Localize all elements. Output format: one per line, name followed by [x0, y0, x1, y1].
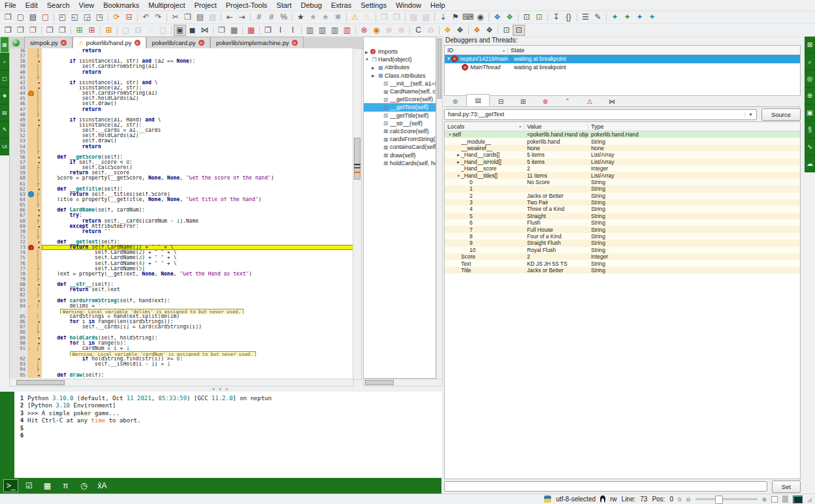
- panel-toggle-icon[interactable]: [782, 496, 788, 503]
- editor-margin[interactable]: ├: [27, 150, 42, 155]
- editor-margin[interactable]: ▼: [27, 336, 42, 341]
- code-text[interactable]: self.draw(): [42, 138, 353, 144]
- menu-item-view[interactable]: View: [74, 1, 99, 9]
- zoom-out-icon[interactable]: ⊖: [686, 496, 691, 503]
- line-number[interactable]: 95: [10, 373, 27, 378]
- fold-arrow-icon[interactable]: ▼: [38, 187, 40, 192]
- code-text[interactable]: return self.CardName(1) + " " + \: [42, 245, 353, 250]
- code-text[interactable]: [42, 367, 353, 372]
- save-project-button[interactable]: ❐: [44, 25, 56, 36]
- outline-item[interactable]: ▼❒Hand(object): [364, 55, 436, 63]
- record-macro-button[interactable]: ◉: [474, 12, 487, 23]
- clear-bookmarks-button[interactable]: ✱: [332, 12, 344, 23]
- code-text[interactable]: self.CardName(3) + " " + \: [42, 255, 353, 260]
- editor-margin[interactable]: ├: [27, 292, 42, 298]
- code-text[interactable]: [42, 330, 353, 335]
- revert-file-button[interactable]: ⟳: [110, 12, 123, 23]
- editor-margin[interactable]: ├: [27, 367, 42, 372]
- preview-button[interactable]: ⊡: [520, 12, 533, 23]
- eric-tools-button[interactable]: ✦: [646, 12, 658, 23]
- variable-row[interactable]: 7Full HouseString: [445, 226, 800, 232]
- menu-item-settings[interactable]: Settings: [356, 1, 391, 9]
- previous-warning-button[interactable]: ⚠: [361, 12, 374, 23]
- scrollbar-handle[interactable]: [16, 380, 65, 385]
- editor-margin[interactable]: ▼: [27, 224, 42, 229]
- copy-button[interactable]: ❐: [182, 12, 194, 23]
- typing-aids-button[interactable]: ⌨: [462, 12, 474, 23]
- eric-assistant-button[interactable]: ✦: [609, 12, 621, 23]
- open-file-button[interactable]: ▤: [27, 12, 39, 23]
- close-icon[interactable]: ✕: [292, 40, 298, 46]
- code-text[interactable]: [42, 277, 353, 282]
- fold-arrow-icon[interactable]: ▼: [38, 160, 40, 165]
- code-snippets-button[interactable]: {}: [562, 12, 575, 23]
- outline-item[interactable]: ▶▦Class Attributes: [364, 72, 436, 80]
- source-outline-tree[interactable]: ▶iImports▼❒Hand(object)▶▦Attributes▶▦Cla…: [363, 37, 436, 379]
- shell-console[interactable]: 1Python 3.10.0 (default, Oct 11 2021, 05…: [0, 392, 441, 478]
- editor-margin[interactable]: │: [27, 64, 42, 69]
- editor-margin[interactable]: ├: [27, 54, 42, 59]
- code-text[interactable]: try:: [42, 213, 353, 218]
- fold-arrow-icon[interactable]: ▼: [38, 155, 40, 160]
- code-text[interactable]: self.holdCards(a2): [42, 96, 353, 101]
- editor-margin[interactable]: ├: [27, 192, 42, 197]
- previous-breakpoint-button[interactable]: ⊗: [395, 25, 408, 36]
- threads-column-state[interactable]: State: [508, 47, 524, 54]
- undo-button[interactable]: ↶: [140, 12, 152, 23]
- code-text[interactable]: def CardName(self, cardNum):: [42, 208, 353, 213]
- variable-row[interactable]: 5StraightString: [445, 213, 800, 219]
- editor-margin[interactable]: ▼: [27, 160, 42, 165]
- tab-exceptions[interactable]: ⊗: [534, 96, 556, 106]
- menu-item-edit[interactable]: Edit: [21, 1, 42, 9]
- editor-margin[interactable]: ▼: [27, 373, 42, 378]
- editor-margin[interactable]: ▼: [27, 341, 42, 346]
- outline-item[interactable]: ▦draw(self): [364, 151, 436, 159]
- code-editor[interactable]: 36│ return37├38▼ if isinstance(a1, str) …: [9, 48, 353, 379]
- editor-tab[interactable]: pokerlib/simplemachine.py✕: [210, 37, 304, 48]
- horizontal-splitter[interactable]: ● ● ●: [0, 385, 441, 392]
- fold-arrow-icon[interactable]: ▼: [38, 341, 40, 346]
- eric-refactoring-button[interactable]: ✦: [621, 12, 633, 23]
- editor-margin[interactable]: ▼: [27, 240, 42, 245]
- editor-margin[interactable]: ▼: [27, 123, 42, 128]
- remove-split-button[interactable]: ▦: [245, 25, 257, 36]
- code-text[interactable]: return: [42, 107, 353, 112]
- editor-margin[interactable]: │: [27, 229, 42, 234]
- variable-row[interactable]: 9Straight FlushString: [445, 240, 800, 246]
- editor-margin[interactable]: │: [27, 101, 42, 106]
- expander-icon[interactable]: ▶: [456, 153, 461, 157]
- menu-item-window[interactable]: Window: [391, 1, 426, 9]
- editor-margin[interactable]: ▼: [27, 80, 42, 86]
- fold-arrow-icon[interactable]: ▼: [38, 86, 40, 91]
- scrollbar-handle[interactable]: [365, 380, 394, 385]
- stack-frame-combobox[interactable]: hand.py:73:__getText ▼: [444, 109, 757, 120]
- callgraph-table-button[interactable]: ▥: [328, 25, 341, 36]
- code-text[interactable]: def cardsFromString(self, handText):: [42, 298, 353, 304]
- code-text[interactable]: delims = ' ': [42, 304, 353, 309]
- editor-margin[interactable]: ├: [27, 75, 42, 80]
- outline-item[interactable]: ▶▦Attributes: [364, 63, 436, 71]
- fold-arrow-icon[interactable]: ▼: [38, 336, 40, 341]
- variable-row[interactable]: ▶_Hand__cards[]5 itemsList/Array: [445, 151, 800, 158]
- set-button[interactable]: Set: [772, 480, 801, 493]
- code-text[interactable]: [42, 75, 353, 80]
- resize-grip[interactable]: ◢: [807, 496, 812, 503]
- code-text[interactable]: def draw(self):: [42, 373, 353, 378]
- save-project-as-button[interactable]: ❐: [56, 25, 69, 36]
- variable-row[interactable]: ▼_Hand__titles[]11 itemsList/Array: [445, 172, 800, 178]
- thread-row[interactable]: ▼✕neptun/14219/mainwaiting at breakpoint: [445, 55, 800, 63]
- save-file-button[interactable]: ◰: [56, 12, 69, 23]
- expander-icon[interactable]: ▶: [456, 160, 461, 164]
- outline-item[interactable]: ▥__getTitle(self): [364, 112, 436, 119]
- expander-icon[interactable]: ▶: [372, 73, 377, 78]
- tab-disassembly[interactable]: ”: [556, 96, 579, 106]
- close-file-button[interactable]: ▢: [39, 12, 52, 23]
- show-filled-button[interactable]: ◼: [186, 25, 199, 36]
- local-variables-table[interactable]: Locals▼ValueType▼self<pokerlib.hand.Hand…: [444, 121, 801, 479]
- sidebar-numbers-viewer[interactable]: ✎: [0, 121, 9, 138]
- new-file-button[interactable]: ▢: [14, 12, 27, 23]
- editor-margin[interactable]: │: [27, 250, 42, 255]
- editor-tab[interactable]: ⚠pokerlib/hand.py✕: [72, 37, 146, 48]
- editor-tab[interactable]: simpok.py✕: [24, 37, 72, 48]
- code-text[interactable]: return: [42, 48, 353, 54]
